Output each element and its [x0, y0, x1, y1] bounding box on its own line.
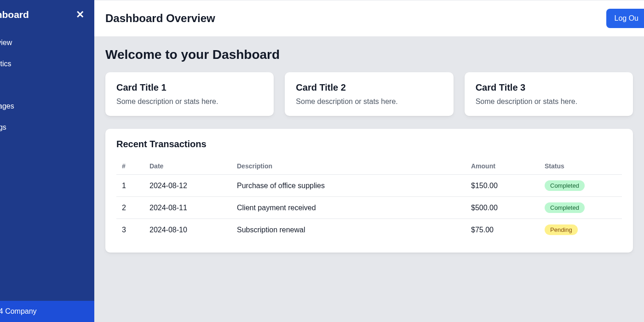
table-row: 12024-08-12Purchase of office supplies$1… — [116, 175, 622, 197]
welcome-heading: Welcome to your Dashboard — [105, 47, 633, 62]
col-header-date: Date — [144, 158, 231, 175]
cell-date: 2024-08-10 — [144, 219, 231, 241]
sidebar-item-label: erview — [0, 39, 12, 46]
cell-date: 2024-08-12 — [144, 175, 231, 197]
cell-status: Completed — [539, 197, 622, 219]
cell-desc: Purchase of office supplies — [231, 175, 466, 197]
card-title: Card Title 1 — [116, 82, 263, 93]
card-desc: Some description or stats here. — [476, 98, 622, 106]
stat-card-1: Card Title 1 Some description or stats h… — [105, 72, 274, 116]
sidebar-footer: 024 Company — [0, 301, 94, 322]
cell-amount: $150.00 — [466, 175, 539, 197]
main: Dashboard Overview Log Ou Welcome to you… — [94, 0, 644, 322]
sidebar-item-messages[interactable]: ssages — [0, 96, 94, 117]
cell-num: 2 — [116, 197, 144, 219]
col-header-amount: Amount — [466, 158, 539, 175]
sidebar-item-sales[interactable]: es — [0, 75, 94, 96]
cell-num: 3 — [116, 219, 144, 241]
status-badge: Completed — [545, 202, 585, 213]
footer-text: 024 Company — [0, 307, 37, 315]
cell-amount: $500.00 — [466, 197, 539, 219]
card-desc: Some description or stats here. — [116, 98, 263, 106]
sidebar-item-label: tings — [0, 123, 6, 131]
sidebar: shboard ✕ erview alytics es ssages tings… — [0, 0, 94, 322]
sidebar-title: shboard — [0, 9, 29, 20]
card-title: Card Title 2 — [296, 82, 442, 93]
sidebar-item-overview[interactable]: erview — [0, 32, 94, 53]
cell-status: Completed — [539, 175, 622, 197]
cell-amount: $75.00 — [466, 219, 539, 241]
table-header-row: # Date Description Amount Status — [116, 158, 622, 175]
cell-status: Pending — [539, 219, 622, 241]
cell-date: 2024-08-11 — [144, 197, 231, 219]
stat-card-3: Card Title 3 Some description or stats h… — [465, 72, 633, 116]
logout-button[interactable]: Log Ou — [606, 9, 644, 28]
sidebar-header: shboard ✕ — [0, 9, 94, 29]
table-row: 22024-08-11Client payment received$500.0… — [116, 197, 622, 219]
transactions-panel: Recent Transactions # Date Description A… — [105, 129, 633, 253]
table-title: Recent Transactions — [116, 139, 622, 150]
cards-row: Card Title 1 Some description or stats h… — [105, 72, 633, 116]
content-area: Welcome to your Dashboard Card Title 1 S… — [94, 36, 644, 322]
stat-card-2: Card Title 2 Some description or stats h… — [285, 72, 453, 116]
sidebar-item-settings[interactable]: tings — [0, 117, 94, 138]
col-header-num: # — [116, 158, 144, 175]
table-row: 32024-08-10Subscription renewal$75.00Pen… — [116, 219, 622, 241]
topbar: Dashboard Overview Log Ou — [94, 0, 644, 36]
page-title: Dashboard Overview — [105, 12, 215, 25]
cell-num: 1 — [116, 175, 144, 197]
cell-desc: Subscription renewal — [231, 219, 466, 241]
sidebar-item-analytics[interactable]: alytics — [0, 53, 94, 75]
col-header-status: Status — [539, 158, 622, 175]
sidebar-item-label: alytics — [0, 60, 11, 68]
status-badge: Pending — [545, 224, 578, 235]
card-title: Card Title 3 — [476, 82, 622, 93]
status-badge: Completed — [545, 180, 585, 191]
cell-desc: Client payment received — [231, 197, 466, 219]
transactions-table: # Date Description Amount Status 12024-0… — [116, 158, 622, 241]
sidebar-item-label: ssages — [0, 102, 14, 110]
col-header-desc: Description — [231, 158, 466, 175]
sidebar-nav: erview alytics es ssages tings — [0, 32, 94, 138]
close-icon[interactable]: ✕ — [76, 10, 87, 20]
card-desc: Some description or stats here. — [296, 98, 442, 106]
